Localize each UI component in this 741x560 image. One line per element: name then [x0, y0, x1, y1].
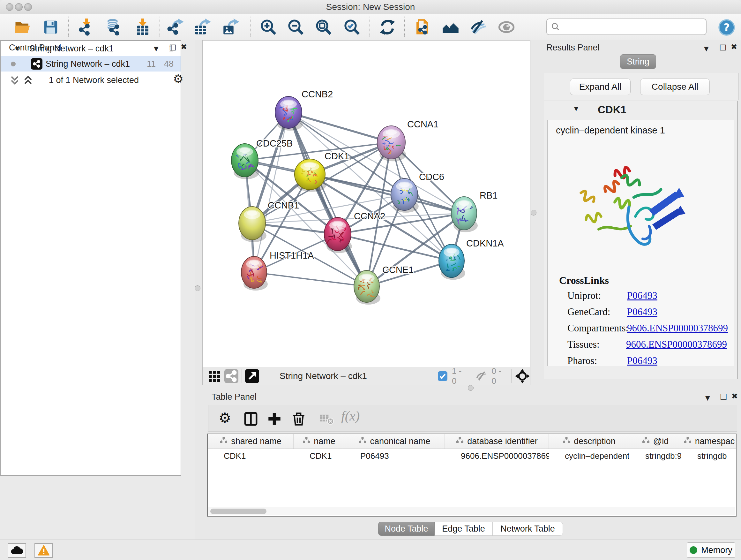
warning-status-button[interactable]: [35, 543, 53, 558]
export-image-button[interactable]: [222, 18, 241, 37]
table-row[interactable]: CDK1CDK1P064939606.ENSP00000378699cyclin…: [208, 449, 736, 463]
network-options-gear-icon[interactable]: ⚙: [173, 72, 184, 86]
network-edge[interactable]: [338, 234, 452, 261]
crosslink-link[interactable]: 9606.ENSP00000378699: [627, 322, 728, 334]
table-settings-gear-icon[interactable]: ⚙: [219, 410, 231, 426]
network-view-title: String Network – cdk1: [280, 371, 367, 381]
crosslink-link[interactable]: P06493: [627, 290, 657, 301]
import-table-button[interactable]: [133, 18, 152, 37]
network-collection-row[interactable]: ▼ String Network – cdk1 1: [1, 41, 181, 56]
horizontal-splitter-handle[interactable]: [468, 385, 474, 391]
expand-all-button[interactable]: Expand All: [570, 78, 630, 95]
network-node-ccna1[interactable]: [377, 126, 406, 161]
crosslink-link[interactable]: P06493: [627, 306, 657, 318]
network-node-label: CCNB1: [268, 200, 299, 210]
open-session-button[interactable]: [13, 18, 32, 37]
gene-name: CDK1: [598, 104, 626, 116]
birdseye-toggle-icon[interactable]: [245, 369, 259, 383]
zoom-fit-button[interactable]: [314, 18, 333, 37]
close-panel-icon[interactable]: ✖: [731, 43, 737, 51]
float-panel-icon[interactable]: □: [720, 392, 727, 400]
column-header-description[interactable]: description: [549, 434, 629, 449]
table-cell: 9606.ENSP00000378699: [445, 449, 549, 463]
eye-slash-button[interactable]: [469, 18, 488, 37]
tab-edge-table[interactable]: Edge Table: [434, 522, 493, 536]
import-network-file-button[interactable]: [77, 18, 96, 37]
network-canvas[interactable]: CCNB2CCNA1CDC25BCDK1CDC6RB1CCNB1CCNA2CDK…: [203, 41, 530, 367]
document-share-button[interactable]: [413, 18, 431, 37]
collection-expand-icon[interactable]: ▼: [14, 45, 20, 52]
control-panel: Control Panel ▼ □ ✖ Network Style Select…: [0, 40, 195, 540]
string-home-button[interactable]: [441, 18, 460, 37]
crosslinks-heading: CrossLinks: [559, 274, 609, 287]
zoom-in-button[interactable]: [259, 18, 278, 37]
crosslink-row: GeneCard:P06493: [567, 306, 727, 318]
delete-column-trash-icon[interactable]: [291, 411, 307, 427]
network-node-ccne1[interactable]: [354, 270, 381, 305]
toolbar-separator: [511, 369, 512, 383]
warning-icon: [38, 545, 50, 556]
memory-button[interactable]: Memory: [687, 543, 735, 558]
network-node-cdc6[interactable]: [391, 179, 419, 212]
close-panel-icon[interactable]: ✖: [181, 43, 187, 51]
search-input[interactable]: [563, 22, 702, 32]
network-node-rb1[interactable]: [451, 197, 478, 232]
fit-content-crosshair-icon[interactable]: [515, 368, 530, 384]
network-node-cdk1[interactable]: [294, 159, 326, 192]
gene-section-header[interactable]: ▼ CDK1: [544, 101, 738, 119]
scrollbar-thumb[interactable]: [210, 509, 266, 514]
selected-checkbox-icon[interactable]: [438, 371, 448, 381]
grid-view-icon[interactable]: [207, 369, 221, 383]
help-button[interactable]: ?: [718, 18, 736, 37]
export-network-button[interactable]: [166, 18, 185, 37]
export-table-button[interactable]: [194, 18, 212, 37]
import-network-database-button[interactable]: [104, 18, 123, 37]
column-header-shared-name[interactable]: shared name: [208, 434, 293, 449]
right-splitter-handle[interactable]: [531, 210, 536, 215]
tab-network-table[interactable]: Network Table: [493, 522, 563, 536]
create-column-plus-icon[interactable]: [266, 411, 282, 427]
column-header--id[interactable]: @id: [629, 434, 681, 449]
results-panel: Results Panel ▼ □ ✖ String Expand All Co…: [540, 40, 741, 380]
network-node-cdc25b[interactable]: [231, 144, 259, 179]
search-icon: [551, 22, 560, 32]
horizontal-scrollbar[interactable]: [208, 507, 735, 515]
crosslink-link[interactable]: 9606.ENSP00000378699: [626, 339, 727, 350]
string-network-icon: [31, 58, 43, 70]
cloud-status-button[interactable]: [8, 543, 26, 558]
column-header-canonical-name[interactable]: canonical name: [344, 434, 445, 449]
network-node-cdkn1a[interactable]: [439, 244, 465, 280]
network-node-ccnb1[interactable]: [239, 206, 266, 242]
network-node-hist1h1a[interactable]: [241, 256, 268, 291]
left-splitter-handle[interactable]: [195, 286, 200, 291]
float-panel-icon[interactable]: □: [719, 43, 727, 51]
section-expand-icon[interactable]: ▼: [573, 105, 580, 113]
tab-node-table[interactable]: Node Table: [378, 522, 434, 536]
eye-button[interactable]: [497, 18, 516, 37]
collapse-panel-icon[interactable]: ▼: [705, 394, 710, 401]
refresh-button[interactable]: [378, 18, 397, 37]
network-edge[interactable]: [254, 272, 367, 287]
network-row[interactable]: String Network – cdk1 11 48: [1, 56, 181, 71]
network-node-label: HIST1H1A: [270, 250, 314, 260]
network-node-ccna2[interactable]: [324, 217, 352, 253]
tab-string[interactable]: String: [620, 54, 656, 69]
zoom-out-button[interactable]: [286, 18, 305, 37]
show-columns-icon[interactable]: [243, 411, 259, 427]
share-view-icon[interactable]: [224, 369, 239, 383]
crosslink-row: Pharos:P06493: [567, 355, 727, 367]
crosslink-link[interactable]: P06493: [627, 355, 657, 367]
zoom-selected-button[interactable]: [343, 18, 361, 37]
column-header-namespac[interactable]: namespac: [681, 434, 737, 449]
collapse-panel-icon[interactable]: ▼: [704, 45, 709, 52]
network-edge[interactable]: [254, 112, 288, 272]
network-edge[interactable]: [288, 112, 391, 142]
crosslink-row: Tissues:9606.ENSP00000378699: [567, 339, 727, 350]
close-panel-icon[interactable]: ✖: [731, 392, 738, 400]
column-header-database-identifier[interactable]: database identifier: [445, 434, 549, 449]
save-session-button[interactable]: [42, 18, 60, 37]
collapse-all-button[interactable]: Collapse All: [640, 78, 710, 95]
network-node-ccnb2[interactable]: [275, 97, 303, 131]
column-header-name[interactable]: name: [293, 434, 344, 449]
network-status-dot: [11, 62, 16, 66]
